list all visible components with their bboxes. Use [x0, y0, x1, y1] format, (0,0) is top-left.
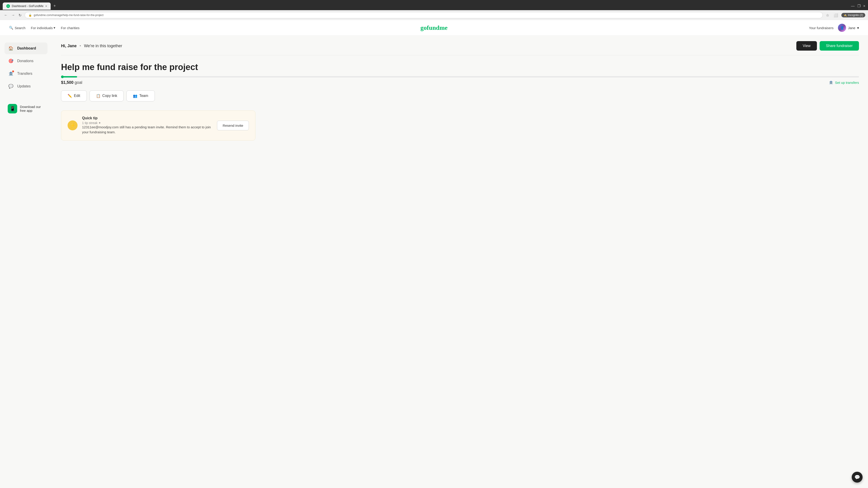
transfers-notification-dot — [12, 70, 14, 72]
header-left: 🔍 Search For individuals ▾ For charities — [9, 26, 80, 30]
header-right: Your fundraisers 👤 Jane ▾ — [809, 24, 859, 32]
setup-transfers-label: Set up transfers — [835, 80, 859, 85]
url-text: gofundme.com/manage/help-me-fund-raise-f… — [34, 13, 103, 17]
tip-streak: 1 tip streak ✦ — [82, 121, 213, 125]
chat-fab[interactable]: 💬 — [852, 472, 863, 483]
sidebar: 🏠 Dashboard 🎯 Donations 🏦 Transfers 💬 Up… — [0, 36, 52, 488]
progress-dot — [61, 75, 64, 78]
tip-title: Quick tip — [82, 116, 213, 120]
active-tab[interactable]: G Dashboard - GoFundMe × — [3, 2, 51, 10]
sidebar-item-donations[interactable]: 🎯 Donations — [4, 55, 48, 67]
address-bar[interactable]: 🔒 gofundme.com/manage/help-me-fund-raise… — [25, 12, 823, 18]
header-buttons: View Share fundraiser — [796, 41, 859, 51]
dashboard-header: Hi, Jane • We're in this together View S… — [61, 41, 859, 55]
copy-link-label: Copy link — [102, 94, 117, 98]
avatar-text: 👤 — [840, 26, 844, 30]
view-button[interactable]: View — [796, 41, 817, 51]
updates-icon: 💬 — [8, 83, 14, 90]
action-buttons: ✏️ Edit 📋 Copy link 👥 Team — [61, 90, 859, 101]
maximize-btn[interactable]: ❐ — [857, 4, 861, 8]
user-name: Jane — [848, 26, 855, 30]
nav-for-individuals[interactable]: For individuals ▾ — [31, 26, 56, 30]
tip-streak-text: 1 tip streak — [82, 121, 97, 125]
tip-streak-icon: ✦ — [98, 121, 101, 125]
close-btn[interactable]: × — [863, 4, 865, 8]
sidebar-item-updates[interactable]: 💬 Updates — [4, 80, 48, 92]
lock-icon: 🔒 — [29, 13, 32, 17]
incognito-badge: 🕵️ Incognito (2) — [841, 13, 865, 18]
goal-text: $1,500 goal — [61, 80, 82, 85]
edit-label: Edit — [74, 94, 80, 98]
reload-btn[interactable]: ↻ — [17, 12, 23, 18]
sidebar-item-dashboard[interactable]: 🏠 Dashboard — [4, 42, 48, 54]
forward-btn[interactable]: → — [10, 12, 16, 18]
sidebar-label-donations: Donations — [17, 59, 33, 63]
your-fundraisers-link[interactable]: Your fundraisers — [809, 26, 834, 30]
sidebar-label-transfers: Transfers — [17, 72, 32, 76]
new-tab-btn[interactable]: + — [52, 2, 58, 10]
copy-icon: 📋 — [96, 94, 101, 98]
edit-button[interactable]: ✏️ Edit — [61, 90, 87, 101]
back-btn[interactable]: ← — [3, 12, 9, 18]
page: 🔍 Search For individuals ▾ For charities… — [0, 20, 868, 488]
main-layout: 🏠 Dashboard 🎯 Donations 🏦 Transfers 💬 Up… — [0, 36, 868, 488]
main-content: Hi, Jane • We're in this together View S… — [52, 36, 868, 488]
tab-favicon: G — [6, 4, 10, 8]
download-icon: 📱 — [8, 104, 17, 113]
browser-chrome: G Dashboard - GoFundMe × + — ❐ × — [0, 0, 868, 10]
search-icon: 🔍 — [9, 26, 13, 30]
search-label: Search — [15, 26, 26, 30]
split-screen-btn[interactable]: ⬜ — [832, 12, 839, 18]
setup-transfers-link[interactable]: 🏦 Set up transfers — [829, 80, 859, 85]
dashboard-icon: 🏠 — [8, 45, 14, 52]
chevron-down-icon: ▾ — [54, 26, 55, 30]
bank-icon: 🏦 — [829, 80, 833, 85]
minimize-btn[interactable]: — — [851, 4, 855, 8]
incognito-label: Incognito (2) — [848, 13, 863, 17]
nav-for-charities[interactable]: For charities — [61, 26, 80, 30]
lightning-icon: ⚡ — [70, 123, 75, 128]
user-chevron-icon: ▾ — [857, 26, 859, 30]
edit-icon: ✏️ — [68, 94, 72, 98]
goal-label: goal — [74, 80, 82, 85]
team-button[interactable]: 👥 Team — [126, 90, 155, 101]
avatar: 👤 — [838, 24, 846, 32]
download-app-item[interactable]: 📱 Download our free app — [4, 101, 48, 116]
donations-icon: 🎯 — [8, 58, 14, 64]
for-charities-label: For charities — [61, 26, 80, 30]
greeting-separator: • — [80, 43, 81, 48]
share-fundraiser-button[interactable]: Share fundraiser — [819, 41, 859, 51]
bookmark-btn[interactable]: ☆ — [825, 12, 831, 18]
goal-row: $1,500 goal 🏦 Set up transfers — [61, 80, 859, 85]
tab-close-btn[interactable]: × — [45, 4, 47, 8]
logo[interactable]: gofundme — [421, 24, 447, 31]
user-menu[interactable]: 👤 Jane ▾ — [838, 24, 859, 32]
transfers-icon: 🏦 — [8, 70, 14, 77]
search-link[interactable]: 🔍 Search — [9, 26, 26, 30]
goal-amount: $1,500 — [61, 80, 73, 85]
campaign-title: Help me fund raise for the project — [61, 62, 859, 72]
chat-icon: 💬 — [855, 475, 860, 480]
incognito-icon: 🕵️ — [844, 13, 847, 17]
window-controls: — ❐ × — [851, 4, 865, 8]
for-individuals-label: For individuals — [31, 26, 53, 30]
tab-title: Dashboard - GoFundMe — [12, 4, 43, 8]
sidebar-label-dashboard: Dashboard — [17, 46, 36, 51]
team-label: Team — [139, 94, 148, 98]
greeting-name: Hi, Jane — [61, 43, 76, 48]
sidebar-label-updates: Updates — [17, 84, 31, 88]
greeting-subtitle: We're in this together — [84, 43, 122, 48]
team-icon: 👥 — [133, 94, 137, 98]
tip-icon: ⚡ — [68, 121, 78, 130]
copy-link-button[interactable]: 📋 Copy link — [90, 90, 124, 101]
download-label: Download our free app — [20, 105, 44, 112]
quick-tip-card: ⚡ Quick tip 1 tip streak ✦ 12311ee@moodj… — [61, 110, 255, 140]
logo-text: gofundme — [421, 24, 447, 31]
greeting: Hi, Jane • We're in this together — [61, 43, 122, 48]
browser-toolbar: ← → ↻ 🔒 gofundme.com/manage/help-me-fund… — [0, 10, 868, 20]
sidebar-item-transfers[interactable]: 🏦 Transfers — [4, 68, 48, 79]
tip-text: 12311ee@moodjoy.com still has a pending … — [82, 125, 213, 135]
tip-content: Quick tip 1 tip streak ✦ 12311ee@moodjoy… — [82, 116, 213, 135]
site-header: 🔍 Search For individuals ▾ For charities… — [0, 20, 868, 36]
resend-invite-button[interactable]: Resend invite — [217, 121, 249, 130]
